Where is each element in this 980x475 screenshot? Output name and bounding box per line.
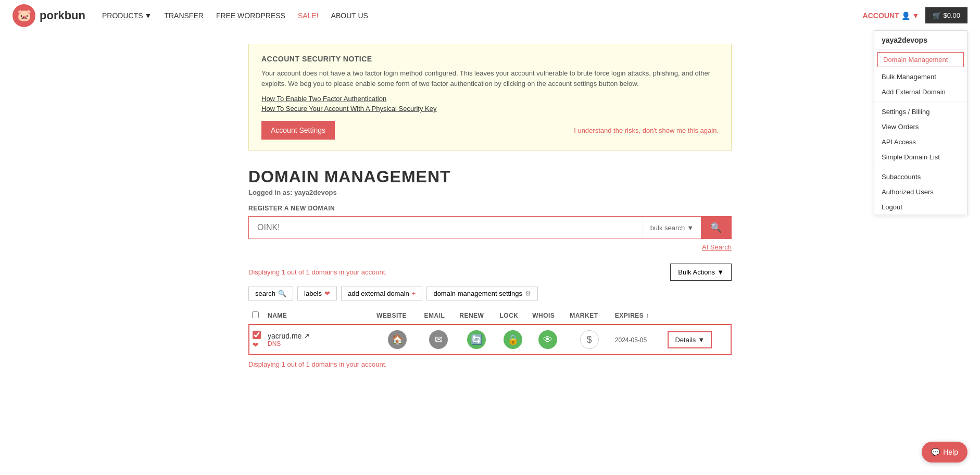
security-notice-title: ACCOUNT SECURITY NOTICE: [261, 55, 719, 63]
col-renew: RENEW: [456, 307, 496, 324]
bulk-search-button[interactable]: bulk search ▼: [643, 217, 701, 239]
bulk-actions-label: Bulk Actions: [678, 268, 715, 276]
domain-table: NAME WEBSITE EMAIL RENEW LOCK WHOIS MARK…: [248, 307, 732, 355]
col-actions: [664, 307, 731, 324]
dropdown-subaccounts[interactable]: Subaccounts: [874, 169, 967, 184]
domain-name: yacrud.me: [268, 332, 301, 340]
details-button[interactable]: Details ▼: [668, 331, 712, 348]
bulk-search-label: bulk search: [650, 224, 685, 232]
dropdown-bulk-management[interactable]: Bulk Management: [874, 69, 967, 84]
chevron-down-icon: ▼: [717, 268, 724, 276]
chevron-down-icon: ▼: [687, 224, 694, 232]
security-link-key[interactable]: How To Secure Your Account With A Physic…: [261, 105, 719, 113]
domain-name-link[interactable]: yacrud.me ↗: [268, 332, 370, 340]
whois-icon[interactable]: 👁: [538, 330, 557, 349]
ai-search-link[interactable]: AI Search: [248, 243, 732, 251]
renew-icon[interactable]: 🔄: [467, 330, 486, 349]
notice-footer: Account Settings I understand the risks,…: [261, 121, 719, 140]
toolbar-add-external-button[interactable]: add external domain +: [341, 286, 422, 301]
email-icon[interactable]: ✉: [429, 330, 448, 349]
dropdown-logout[interactable]: Logout: [874, 199, 967, 215]
nav-products[interactable]: PRODUCTS ▼: [102, 11, 152, 20]
plus-icon: +: [412, 290, 416, 297]
cart-button[interactable]: 🛒 $0.00: [925, 7, 968, 23]
nav-about-us[interactable]: ABOUT US: [331, 11, 368, 20]
logged-in-username: yaya2devops: [294, 189, 337, 196]
row-name-cell: yacrud.me ↗ DNS: [265, 324, 373, 355]
row-heart-icon[interactable]: ❤: [253, 341, 259, 349]
dropdown-settings-billing[interactable]: Settings / Billing: [874, 104, 967, 119]
row-lock-cell: 🔒: [497, 324, 530, 355]
logo-icon: 🐷: [12, 4, 35, 27]
user-icon: 👤: [901, 11, 910, 20]
row-checkbox-cell: ❤: [249, 324, 265, 355]
website-icon[interactable]: 🏠: [388, 330, 407, 349]
settings-label: domain management settings: [433, 290, 522, 297]
domain-search-input[interactable]: [249, 217, 643, 239]
row-email-cell: ✉: [421, 324, 457, 355]
logo[interactable]: 🐷 porkbun: [12, 4, 85, 27]
main-content: ACCOUNT SECURITY NOTICE Your account doe…: [240, 31, 740, 381]
account-button[interactable]: ACCOUNT 👤 ▼: [863, 11, 920, 20]
search-bar: bulk search ▼ 🔍: [248, 216, 732, 239]
footer-display-text: Displaying 1 out of 1 domains in your ac…: [248, 360, 732, 368]
nav-transfer[interactable]: TRANSFER: [164, 11, 203, 20]
cart-icon: 🛒: [933, 11, 941, 19]
chevron-down-icon: ▼: [912, 11, 920, 20]
row-details-cell: Details ▼: [664, 324, 731, 355]
chevron-down-icon: ▼: [698, 336, 705, 344]
gear-icon: ⚙: [525, 290, 531, 297]
header: 🐷 porkbun PRODUCTS ▼ TRANSFER FREE WORDP…: [0, 0, 980, 31]
select-all-checkbox[interactable]: [252, 311, 259, 318]
toolbar-search-button[interactable]: search 🔍: [248, 286, 293, 301]
dropdown-simple-domain-list[interactable]: Simple Domain List: [874, 149, 967, 165]
header-right: ACCOUNT 👤 ▼ 🛒 $0.00: [863, 7, 968, 23]
toolbar-labels-button[interactable]: labels ❤: [297, 286, 337, 301]
row-expires-cell: 2024-05-05: [612, 324, 665, 355]
external-link-icon: ↗: [304, 332, 310, 340]
col-whois: WHOIS: [529, 307, 567, 324]
search-submit-button[interactable]: 🔍: [701, 217, 731, 239]
security-notice: ACCOUNT SECURITY NOTICE Your account doe…: [248, 44, 732, 151]
dismiss-link[interactable]: I understand the risks, don't show me th…: [574, 127, 719, 134]
security-notice-body: Your account does not have a two factor …: [261, 68, 719, 89]
dropdown-username: yaya2devops: [874, 31, 967, 50]
dropdown-domain-management[interactable]: Domain Management: [877, 52, 964, 67]
nav-sale[interactable]: SALE!: [298, 11, 319, 20]
heart-icon: ❤: [324, 290, 330, 297]
dropdown-divider-2: [874, 167, 967, 167]
col-website: WEBSITE: [373, 307, 421, 324]
bulk-actions-button[interactable]: Bulk Actions ▼: [670, 264, 732, 281]
dropdown-add-external-domain[interactable]: Add External Domain: [874, 84, 967, 99]
col-market: MARKET: [567, 307, 612, 324]
col-lock: LOCK: [497, 307, 530, 324]
account-dropdown: yaya2devops Domain Management Bulk Manag…: [874, 30, 968, 215]
account-label: ACCOUNT: [863, 11, 899, 20]
lock-icon[interactable]: 🔒: [504, 330, 522, 349]
register-label: REGISTER A NEW DOMAIN: [248, 205, 732, 212]
security-link-2fa[interactable]: How To Enable Two Factor Authentication: [261, 95, 719, 103]
main-nav: PRODUCTS ▼ TRANSFER FREE WORDPRESS SALE!…: [102, 11, 368, 20]
market-icon[interactable]: $: [580, 330, 599, 349]
dropdown-authorized-users[interactable]: Authorized Users: [874, 184, 967, 199]
col-email: EMAIL: [421, 307, 457, 324]
toolbar: search 🔍 labels ❤ add external domain + …: [248, 286, 732, 301]
col-checkbox: [249, 307, 265, 324]
dropdown-view-orders[interactable]: View Orders: [874, 119, 967, 134]
nav-free-wordpress[interactable]: FREE WORDPRESS: [216, 11, 285, 20]
toolbar-settings-button[interactable]: domain management settings ⚙: [426, 286, 538, 301]
row-whois-cell: 👁: [529, 324, 567, 355]
account-settings-button[interactable]: Account Settings: [261, 121, 335, 140]
cart-price: $0.00: [943, 11, 960, 19]
displaying-count: Displaying 1 out of 1 domains in your ac…: [248, 268, 387, 276]
logo-text: porkbun: [40, 9, 85, 22]
details-label: Details: [675, 336, 696, 344]
search-icon: 🔍: [710, 222, 722, 233]
dns-link[interactable]: DNS: [268, 340, 370, 347]
row-checkbox[interactable]: [253, 331, 261, 339]
chevron-down-icon: ▼: [145, 11, 152, 20]
row-website-cell: 🏠: [373, 324, 421, 355]
dropdown-api-access[interactable]: API Access: [874, 134, 967, 149]
expires-date: 2024-05-05: [615, 336, 647, 344]
search-label: search: [255, 290, 275, 297]
